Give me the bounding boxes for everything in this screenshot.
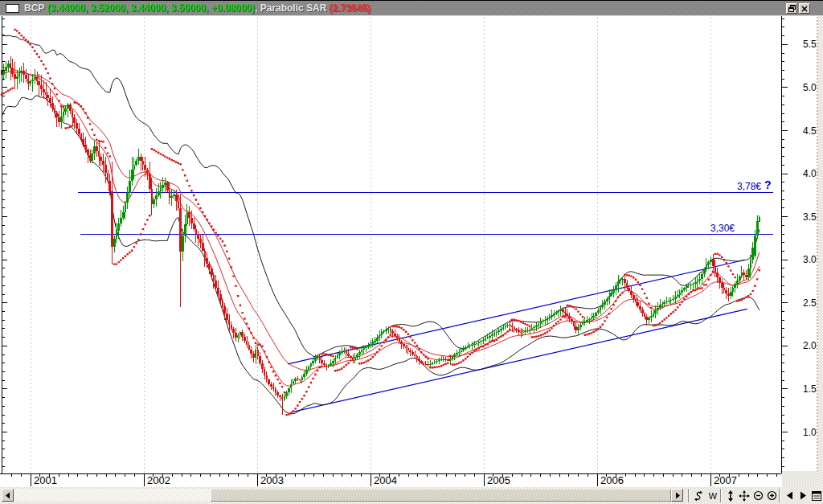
close-button[interactable] <box>799 3 810 14</box>
scroll-right-button[interactable] <box>671 489 683 502</box>
bottom-toolbar: W <box>0 487 823 504</box>
chart-window: BCP (3.44000, 3.52000, 3.44000, 3.50000,… <box>0 0 823 504</box>
svg-text:1.5: 1.5 <box>803 383 817 395</box>
page-right-button[interactable] <box>796 489 809 502</box>
corner-panel <box>782 471 818 487</box>
page-left-button[interactable] <box>783 489 796 502</box>
svg-text:5.5: 5.5 <box>803 39 817 50</box>
title-symbol: BCP <box>24 2 47 14</box>
svg-text:2005: 2005 <box>487 474 510 486</box>
svg-text:2007: 2007 <box>714 474 737 486</box>
pan-button[interactable] <box>738 489 751 502</box>
toolbar-separator <box>720 489 722 502</box>
title-separator: , <box>255 2 260 14</box>
resistance-378-label[interactable]: 3,78€ <box>726 181 761 192</box>
title-ohlc-values: (3.44000, 3.52000, 3.44000, 3.50000, +0.… <box>47 2 255 14</box>
question-mark-annotation[interactable]: ? <box>764 178 772 191</box>
scroll-left-button[interactable] <box>2 489 14 502</box>
svg-text:3.0: 3.0 <box>803 254 817 265</box>
zoom-in-button[interactable] <box>765 489 778 502</box>
svg-text:2002: 2002 <box>147 474 170 486</box>
refresh-button[interactable] <box>692 489 705 502</box>
restore-icon <box>788 5 796 12</box>
title-indicator-name: Parabolic SAR <box>260 2 330 14</box>
scrollbar-thumb[interactable] <box>211 489 671 502</box>
report-icon <box>812 491 821 501</box>
arrow-left-icon <box>786 491 793 500</box>
report-button[interactable] <box>810 489 823 502</box>
svg-text:2.5: 2.5 <box>803 297 817 309</box>
periodicity-weekly-button[interactable]: W <box>706 489 719 502</box>
weekly-label: W <box>709 491 717 501</box>
zoom-in-icon <box>767 490 777 501</box>
window-right-frame <box>818 16 823 504</box>
svg-text:4.5: 4.5 <box>803 125 817 137</box>
window-title: BCP (3.44000, 3.52000, 3.44000, 3.50000,… <box>24 1 371 16</box>
pan-icon <box>739 490 750 502</box>
title-indicator-value: (2.73646) <box>330 2 371 14</box>
arrow-right-icon <box>800 491 807 500</box>
toolbar-separator <box>688 489 690 502</box>
arrow-right-icon <box>674 492 681 499</box>
svg-text:2003: 2003 <box>260 474 284 486</box>
price-chart[interactable]: 1.01.52.02.53.03.54.04.55.05.52001200220… <box>0 16 823 487</box>
zoom-out-button[interactable] <box>751 489 764 502</box>
titlebar[interactable]: BCP (3.44000, 3.52000, 3.44000, 3.50000,… <box>0 1 823 16</box>
refresh-icon <box>694 490 703 502</box>
resistance-330-label[interactable]: 3,30€ <box>710 223 746 234</box>
svg-text:4.0: 4.0 <box>803 168 817 179</box>
zoom-out-icon <box>753 490 764 501</box>
vertical-fit-icon <box>727 490 735 502</box>
toolbar-separator <box>779 489 780 502</box>
arrow-left-icon <box>5 492 11 499</box>
restore-button[interactable] <box>786 3 797 14</box>
svg-text:3.5: 3.5 <box>803 211 817 223</box>
svg-text:2004: 2004 <box>374 474 397 486</box>
window-icon[interactable] <box>6 4 19 13</box>
close-icon <box>801 6 808 12</box>
scrollbar-track[interactable] <box>14 489 671 502</box>
svg-text:2.0: 2.0 <box>803 340 817 351</box>
fit-vertical-button[interactable] <box>724 489 737 502</box>
svg-text:1.0: 1.0 <box>803 427 817 438</box>
svg-text:2006: 2006 <box>600 474 624 486</box>
svg-text:5.0: 5.0 <box>803 82 817 93</box>
svg-text:2001: 2001 <box>34 474 57 486</box>
